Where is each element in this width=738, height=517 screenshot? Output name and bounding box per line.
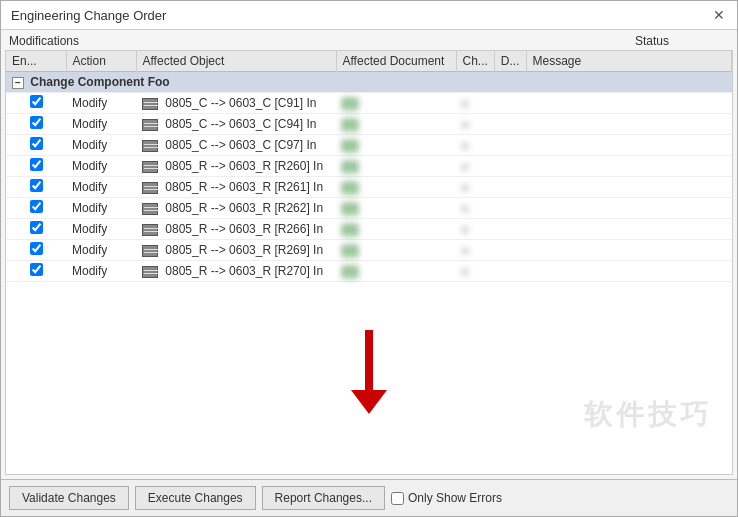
component-icon	[142, 203, 158, 215]
row-object: 0805_R --> 0603_R [R261] In	[136, 177, 336, 198]
pcb-icon	[342, 266, 358, 278]
col-header-affected-object[interactable]: Affected Object	[136, 51, 336, 72]
component-icon	[142, 245, 158, 257]
main-window: Engineering Change Order ✕ Modifications…	[0, 0, 738, 517]
arrow-indicator	[351, 330, 387, 414]
row-doc	[336, 135, 456, 156]
row-d	[494, 219, 526, 240]
row-checkbox[interactable]	[30, 116, 43, 129]
pcb-icon	[342, 203, 358, 215]
row-msg	[526, 114, 731, 135]
row-checkbox-cell[interactable]	[6, 135, 66, 156]
modifications-table-container: En... Action Affected Object Affected Do…	[5, 50, 733, 475]
row-checkbox-cell[interactable]	[6, 156, 66, 177]
row-checkbox-cell[interactable]	[6, 198, 66, 219]
row-msg	[526, 156, 731, 177]
component-icon	[142, 224, 158, 236]
watermark: 软件技巧	[584, 396, 712, 434]
group-header-row: − Change Component Foo	[6, 72, 732, 93]
row-d	[494, 261, 526, 282]
row-action: Modify	[66, 156, 136, 177]
row-checkbox[interactable]	[30, 200, 43, 213]
row-d	[494, 114, 526, 135]
table-header-row: En... Action Affected Object Affected Do…	[6, 51, 732, 72]
row-doc	[336, 156, 456, 177]
arrow-down	[351, 330, 387, 414]
col-header-affected-document[interactable]: Affected Document	[336, 51, 456, 72]
only-show-errors-label[interactable]: Only Show Errors	[391, 491, 502, 505]
execute-changes-button[interactable]: Execute Changes	[135, 486, 256, 510]
row-checkbox-cell[interactable]	[6, 261, 66, 282]
row-d	[494, 93, 526, 114]
row-object: 0805_R --> 0603_R [R262] In	[136, 198, 336, 219]
row-checkbox-cell[interactable]	[6, 240, 66, 261]
row-checkbox[interactable]	[30, 95, 43, 108]
row-checkbox[interactable]	[30, 179, 43, 192]
row-doc	[336, 114, 456, 135]
table-row: Modify 0805_C --> 0603_C [C97] In	[6, 135, 732, 156]
component-icon	[142, 182, 158, 194]
pcb-icon	[342, 245, 358, 257]
row-ch	[456, 177, 494, 198]
row-checkbox-cell[interactable]	[6, 93, 66, 114]
table-row: Modify 0805_R --> 0603_R [R270] In	[6, 261, 732, 282]
row-action: Modify	[66, 261, 136, 282]
group-header-cell: − Change Component Foo	[6, 72, 732, 93]
row-checkbox-cell[interactable]	[6, 177, 66, 198]
table-row: Modify 0805_R --> 0603_R [R266] In	[6, 219, 732, 240]
expand-collapse-btn[interactable]: −	[12, 77, 24, 89]
row-doc	[336, 93, 456, 114]
pcb-icon	[342, 182, 358, 194]
validate-changes-button[interactable]: Validate Changes	[9, 486, 129, 510]
row-object: 0805_C --> 0603_C [C97] In	[136, 135, 336, 156]
row-object: 0805_R --> 0603_R [R270] In	[136, 261, 336, 282]
table-row: Modify 0805_R --> 0603_R [R260] In	[6, 156, 732, 177]
row-msg	[526, 240, 731, 261]
col-header-en[interactable]: En...	[6, 51, 66, 72]
row-action: Modify	[66, 177, 136, 198]
pcb-icon	[342, 161, 358, 173]
report-changes-button[interactable]: Report Changes...	[262, 486, 385, 510]
row-ch	[456, 240, 494, 261]
row-checkbox[interactable]	[30, 137, 43, 150]
row-ch	[456, 93, 494, 114]
row-checkbox[interactable]	[30, 242, 43, 255]
component-icon	[142, 161, 158, 173]
row-checkbox[interactable]	[30, 221, 43, 234]
row-checkbox-cell[interactable]	[6, 114, 66, 135]
row-action: Modify	[66, 219, 136, 240]
pcb-icon	[342, 140, 358, 152]
row-doc	[336, 261, 456, 282]
table-row: Modify 0805_R --> 0603_R [R262] In	[6, 198, 732, 219]
row-action: Modify	[66, 114, 136, 135]
table-row: Modify 0805_C --> 0603_C [C91] In	[6, 93, 732, 114]
table-row: Modify 0805_R --> 0603_R [R269] In	[6, 240, 732, 261]
only-show-errors-checkbox[interactable]	[391, 492, 404, 505]
row-object: 0805_C --> 0603_C [C94] In	[136, 114, 336, 135]
row-msg	[526, 198, 731, 219]
col-header-ch[interactable]: Ch...	[456, 51, 494, 72]
row-d	[494, 177, 526, 198]
table-row: Modify 0805_R --> 0603_R [R261] In	[6, 177, 732, 198]
pcb-icon	[342, 98, 358, 110]
row-action: Modify	[66, 240, 136, 261]
pcb-icon	[342, 119, 358, 131]
status-label: Status	[635, 34, 669, 48]
row-checkbox[interactable]	[30, 158, 43, 171]
row-msg	[526, 93, 731, 114]
col-header-d[interactable]: D...	[494, 51, 526, 72]
row-object: 0805_R --> 0603_R [R266] In	[136, 219, 336, 240]
col-header-action[interactable]: Action	[66, 51, 136, 72]
col-header-message[interactable]: Message	[526, 51, 731, 72]
row-checkbox-cell[interactable]	[6, 219, 66, 240]
close-button[interactable]: ✕	[711, 7, 727, 23]
row-action: Modify	[66, 93, 136, 114]
row-doc	[336, 177, 456, 198]
row-d	[494, 240, 526, 261]
row-checkbox[interactable]	[30, 263, 43, 276]
row-object: 0805_C --> 0603_C [C91] In	[136, 93, 336, 114]
row-d	[494, 135, 526, 156]
row-msg	[526, 177, 731, 198]
window-title: Engineering Change Order	[11, 8, 166, 23]
pcb-icon	[342, 224, 358, 236]
